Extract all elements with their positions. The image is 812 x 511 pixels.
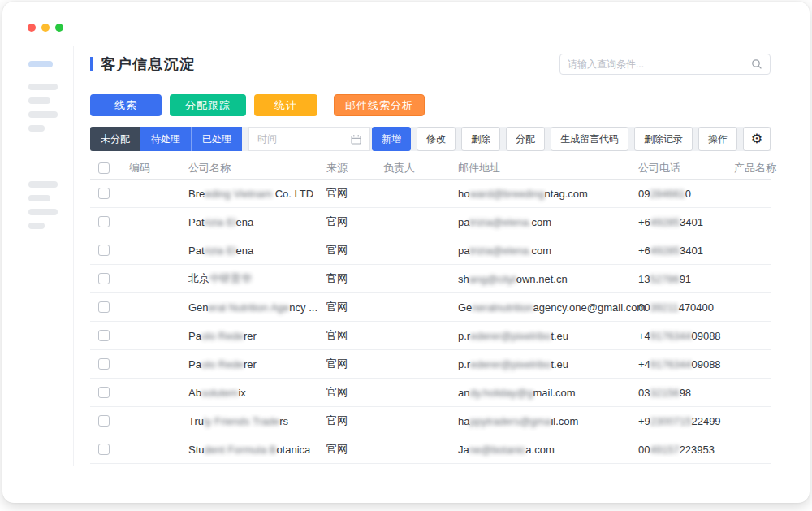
table-row: 北京中研普华 官网 shang@citytown.net.cn 13527869… — [90, 265, 771, 293]
filter-toolbar: 未分配 待处理 已处理 时间 新增 修改 删除 分配 — [90, 127, 771, 151]
email-visible-prefix: p.r — [458, 358, 470, 370]
company-blurred-text: eral Nutrition Age — [209, 301, 290, 314]
sidebar-spacer — [28, 139, 73, 181]
company-visible-prefix: Pat — [188, 245, 205, 257]
row-checkbox-cell — [90, 444, 123, 455]
row-checkbox[interactable] — [98, 415, 110, 427]
sidebar-placeholder-item[interactable] — [28, 181, 58, 188]
cell-company: Breeding Vietnam Co. LTD — [182, 188, 320, 200]
phone-visible-prefix: +4 — [638, 358, 650, 370]
table-row: Absolutemix 官网 andy.holiday@gmail.com 03… — [90, 379, 771, 407]
email-blurred-text: ne@botanic — [469, 444, 526, 456]
date-filter-placeholder: 时间 — [257, 132, 277, 146]
company-visible-suffix: ena — [236, 245, 254, 257]
generate-message-code-button[interactable]: 生成留言代码 — [551, 127, 628, 151]
date-filter[interactable]: 时间 — [248, 127, 370, 151]
page-title: 客户信息沉淀 — [101, 54, 196, 74]
filter-tab-processed[interactable]: 已处理 — [191, 127, 242, 151]
row-checkbox[interactable] — [98, 216, 110, 227]
row-checkbox[interactable] — [98, 358, 110, 370]
row-checkbox[interactable] — [98, 188, 110, 199]
filter-tab-unassigned[interactable]: 未分配 — [90, 127, 140, 151]
settings-gear-button[interactable]: ⚙ — [743, 127, 771, 151]
sidebar-placeholder-item[interactable] — [28, 97, 50, 104]
sidebar-placeholder-item[interactable] — [28, 111, 58, 118]
sidebar-placeholder-item[interactable] — [28, 223, 45, 229]
email-visible-suffix: mail.com — [533, 387, 575, 399]
company-visible-prefix: Pa — [188, 330, 201, 342]
company-visible-prefix: Gen — [188, 301, 209, 314]
sidebar-placeholder-item[interactable] — [28, 125, 45, 132]
cell-company: Student Formula Botanica — [182, 444, 320, 456]
delete-button[interactable]: 删除 — [461, 127, 500, 151]
row-checkbox[interactable] — [98, 245, 110, 256]
sidebar-placeholder-item[interactable] — [28, 84, 58, 90]
phone-visible-prefix: 03 — [638, 387, 650, 399]
company-visible-prefix: Tru — [188, 415, 204, 427]
row-checkbox[interactable] — [98, 387, 110, 398]
company-visible-prefix: Ab — [188, 387, 201, 399]
phone-blurred-text: 49285 — [650, 216, 680, 228]
row-checkbox[interactable] — [98, 301, 110, 313]
nav-button-statistics[interactable]: 统计 — [254, 94, 317, 116]
email-blurred-text: ang@cityt — [469, 273, 516, 285]
phone-blurred-text: 49285 — [650, 245, 680, 257]
search-icon[interactable] — [751, 58, 762, 70]
filter-tab-pending[interactable]: 待处理 — [140, 127, 191, 151]
app-window: 客户信息沉淀 线索 分配跟踪 统计 邮件线索分析 未分配 待处理 已处理 — [2, 2, 810, 503]
row-checkbox[interactable] — [98, 330, 110, 341]
email-visible-prefix: Ge — [458, 301, 472, 314]
delete-record-button[interactable]: 删除记录 — [634, 127, 693, 151]
sidebar-placeholder-item[interactable] — [28, 209, 58, 215]
edit-button[interactable]: 修改 — [417, 127, 456, 151]
zoom-window-button[interactable] — [55, 24, 63, 32]
cell-phone: +6492853401 — [632, 216, 728, 228]
cell-email: howard@breedingntag.com — [451, 188, 632, 200]
title-accent-bar — [90, 57, 93, 71]
row-checkbox[interactable] — [98, 273, 110, 284]
company-visible-prefix: Bre — [188, 188, 205, 200]
phone-visible-suffix: 91 — [680, 273, 691, 285]
cell-email: happytraders@gmail.com — [451, 415, 632, 427]
row-checkbox-cell — [90, 216, 123, 227]
cell-email: patrizia@elena.com — [451, 245, 632, 257]
cell-phone: +6492853401 — [632, 245, 728, 257]
sidebar-placeholder-item[interactable] — [28, 195, 50, 201]
phone-visible-suffix: 09088 — [691, 330, 720, 342]
cell-source: 官网 — [320, 357, 377, 371]
phone-blurred-text: 52786 — [650, 273, 679, 285]
email-visible-suffix: il.com — [551, 415, 578, 427]
column-header-owner: 负责人 — [377, 161, 451, 175]
cell-email: Generalnutritionagency.one@gmail.com — [451, 301, 632, 314]
assign-button[interactable]: 分配 — [506, 127, 545, 151]
row-checkbox-cell — [90, 245, 123, 256]
company-visible-suffix: rs — [279, 415, 288, 427]
phone-visible-prefix: +4 — [638, 330, 650, 342]
nav-button-clues[interactable]: 线索 — [90, 94, 162, 116]
cell-company: Patrizia Elena — [182, 245, 320, 257]
cell-company: Patrizia Elena — [182, 216, 320, 228]
row-checkbox[interactable] — [98, 444, 110, 455]
cell-email: patrizia@elena.com — [451, 216, 632, 228]
phone-blurred-text: 284661 — [650, 188, 685, 200]
select-all-checkbox[interactable] — [98, 162, 110, 174]
close-window-button[interactable] — [28, 24, 36, 32]
cell-company: Paolo Rederer — [182, 358, 320, 370]
phone-visible-prefix: 00 — [638, 301, 650, 314]
minimize-window-button[interactable] — [41, 24, 50, 32]
sidebar-placeholder-active[interactable] — [28, 61, 53, 67]
cell-source: 官网 — [320, 414, 377, 428]
company-blurred-text: rizia El — [205, 216, 236, 228]
search-input[interactable] — [568, 58, 746, 70]
phone-blurred-text: 49157 — [650, 444, 679, 456]
nav-button-assign-track[interactable]: 分配跟踪 — [170, 94, 246, 116]
table-row: Truly Friends Traders 官网 happytraders@gm… — [90, 407, 771, 435]
add-button[interactable]: 新增 — [372, 127, 411, 151]
cell-source: 官网 — [320, 271, 377, 286]
nav-button-mail-analysis[interactable]: 邮件线索分析 — [334, 94, 425, 116]
company-blurred-text: olo Rede — [201, 330, 244, 342]
operation-button[interactable]: 操作 — [698, 127, 737, 151]
company-visible-suffix: otanica — [276, 444, 310, 456]
company-visible-suffix: rer — [244, 330, 257, 342]
company-blurred-text: olo Rede — [201, 358, 244, 370]
